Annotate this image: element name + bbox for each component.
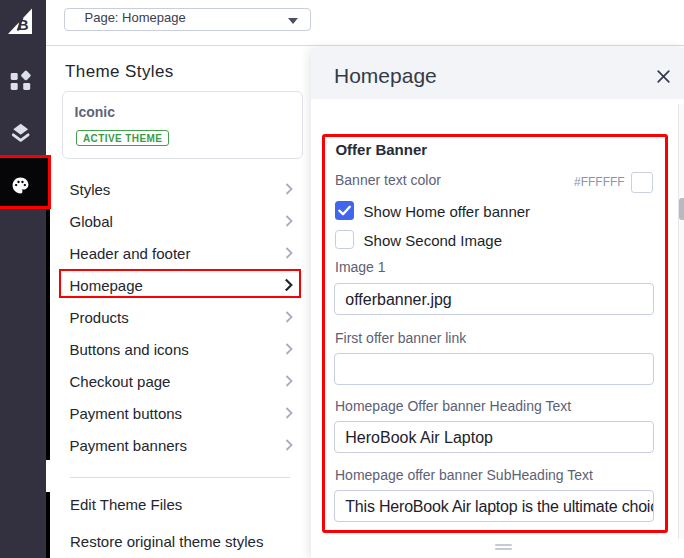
svg-text:B: B — [18, 16, 29, 33]
